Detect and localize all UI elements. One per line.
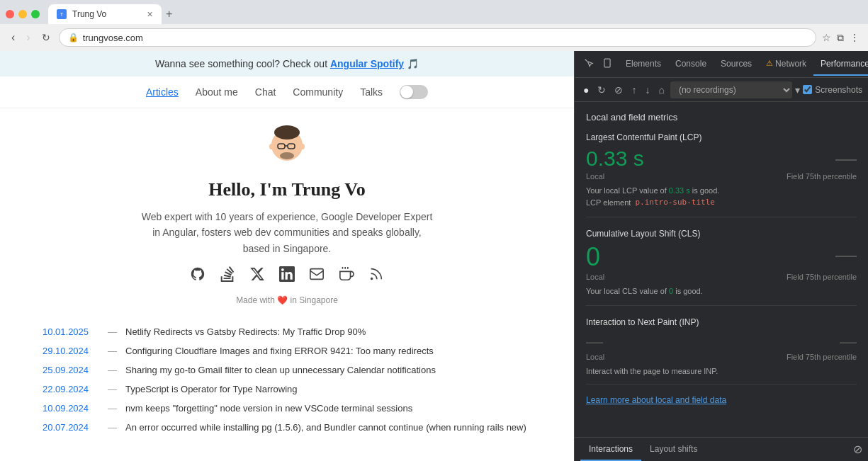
window-controls xyxy=(6,10,40,18)
article-title: Sharing my go-to Gmail filter to clean u… xyxy=(125,365,436,375)
home-button[interactable]: ⌂ xyxy=(655,83,667,97)
reload-record-button[interactable]: ↻ xyxy=(594,83,609,97)
metric-cls-field-value: — xyxy=(835,244,857,266)
article-date: 20.07.2024 xyxy=(43,422,99,433)
avatar xyxy=(262,123,312,172)
devtools-tabs: Elements Console Sources ⚠ Network Perfo… xyxy=(575,51,868,78)
tab-title: Trung Vo xyxy=(72,9,141,19)
devtools-panel: Elements Console Sources ⚠ Network Perfo… xyxy=(574,51,868,461)
tab-interactions[interactable]: Interactions xyxy=(580,438,641,461)
tab-performance[interactable]: Performance xyxy=(813,53,868,76)
article-date: 10.01.2025 xyxy=(43,326,99,337)
metric-lcp-local: 0.33 s xyxy=(586,148,644,169)
article-title: nvm keeps "forgetting" node version in n… xyxy=(125,403,412,414)
article-date: 29.10.2024 xyxy=(43,346,99,356)
learn-more-link[interactable]: Learn more about local and field data xyxy=(586,395,726,405)
articles-list: 10.01.2025 — Netlify Redirects vs Gatsby… xyxy=(0,315,574,444)
menu-icon[interactable]: ⋮ xyxy=(850,32,859,43)
nav-talks[interactable]: Talks xyxy=(360,86,383,98)
stackoverflow-icon[interactable] xyxy=(220,266,235,285)
metric-cls: Cumulative Layout Shift (CLS) 0 — Local … xyxy=(586,229,857,306)
tab-elements[interactable]: Elements xyxy=(619,53,668,76)
device-toggle-button[interactable] xyxy=(599,55,616,73)
metric-cls-field: — xyxy=(835,244,857,266)
nav-about[interactable]: About me xyxy=(196,86,238,98)
bookmark-icon[interactable]: ☆ xyxy=(822,32,831,43)
metric-inp-field: — xyxy=(840,333,857,350)
lcp-element-row: LCP element p.intro-sub-title xyxy=(586,198,857,207)
download-button[interactable]: ↓ xyxy=(642,83,653,97)
metric-inp-note: Interact with the page to measure INP. xyxy=(586,367,857,375)
metric-lcp-values: 0.33 s — xyxy=(586,148,857,169)
close-button[interactable] xyxy=(6,10,14,18)
upload-button[interactable]: ↑ xyxy=(629,83,639,97)
record-button[interactable]: ● xyxy=(580,83,592,97)
banner-link[interactable]: Angular Spotify xyxy=(330,58,404,69)
cls-field-label: Field 75th percentile xyxy=(787,273,857,281)
nav-chat[interactable]: Chat xyxy=(255,86,276,98)
screenshots-checkbox[interactable] xyxy=(803,85,812,94)
twitter-icon[interactable] xyxy=(249,266,265,285)
metric-lcp-labels: Local Field 75th percentile xyxy=(586,172,857,181)
recordings-select[interactable]: (no recordings) xyxy=(670,81,792,98)
metric-lcp-note: Your local LCP value of 0.33 s is good. xyxy=(586,186,857,195)
inspect-element-button[interactable] xyxy=(580,55,597,73)
extensions-icon[interactable]: ⧉ xyxy=(837,32,844,44)
minimize-button[interactable] xyxy=(18,10,27,18)
linkedin-icon[interactable] xyxy=(279,266,295,285)
network-warning-icon: ⚠ xyxy=(766,59,773,68)
theme-toggle[interactable] xyxy=(400,85,428,99)
social-icons xyxy=(14,266,560,285)
metric-cls-name: Cumulative Layout Shift (CLS) xyxy=(586,229,857,239)
website-content: Wanna see something cool? Check out Angu… xyxy=(0,51,574,461)
svg-rect-13 xyxy=(604,59,610,67)
nav-community[interactable]: Community xyxy=(293,86,343,98)
nav-bar: ‹ › ↻ 🔒 trungvose.com ☆ ⧉ ⋮ xyxy=(0,24,868,51)
tab-console[interactable]: Console xyxy=(668,53,714,76)
article-item-1: 10.01.2025 — Netlify Redirects vs Gatsby… xyxy=(43,322,531,341)
article-dash: — xyxy=(108,422,117,433)
active-tab[interactable]: T Trung Vo ✕ xyxy=(48,4,162,24)
maximize-button[interactable] xyxy=(31,10,40,18)
svg-point-12 xyxy=(371,278,373,280)
toggle-knob xyxy=(400,86,413,98)
section-title: Local and field metrics xyxy=(586,112,857,123)
disable-icon[interactable]: ⊘ xyxy=(853,443,862,456)
new-tab-button[interactable]: + xyxy=(166,8,172,21)
hero-description: Web expert with 10 years of experience, … xyxy=(138,209,436,256)
article-title: Configuring Cloudflare Images and fixing… xyxy=(125,346,434,356)
svg-point-5 xyxy=(280,152,294,159)
github-icon[interactable] xyxy=(190,266,205,285)
metric-inp-labels: Local Field 75th percentile xyxy=(586,353,857,361)
coffee-icon[interactable] xyxy=(339,266,354,285)
tab-layout-shifts[interactable]: Layout shifts xyxy=(641,438,706,461)
svg-rect-8 xyxy=(310,269,323,280)
email-icon[interactable] xyxy=(309,266,325,285)
metric-inp-name: Interaction to Next Paint (INP) xyxy=(586,317,857,327)
metric-inp-local: — xyxy=(586,333,603,350)
forward-button[interactable]: › xyxy=(23,30,33,45)
screenshots-toggle[interactable]: Screenshots xyxy=(803,85,862,95)
banner-emoji: 🎵 xyxy=(404,58,419,69)
address-bar[interactable]: 🔒 trungvose.com xyxy=(59,28,816,47)
tab-network[interactable]: ⚠ Network xyxy=(759,53,813,76)
lcp-element-ref[interactable]: p.intro-sub-title xyxy=(635,198,715,207)
metric-lcp-field: — xyxy=(835,148,857,169)
clear-button[interactable]: ⊘ xyxy=(611,83,626,97)
metric-inp-values: — — xyxy=(586,333,857,350)
nav-articles[interactable]: Articles xyxy=(146,86,179,98)
article-dash: — xyxy=(108,384,117,394)
svg-point-6 xyxy=(269,144,274,149)
rss-icon[interactable] xyxy=(368,266,384,285)
tab-close-icon[interactable]: ✕ xyxy=(147,10,153,19)
recordings-dropdown-button[interactable]: ▾ xyxy=(795,84,800,96)
article-date: 22.09.2024 xyxy=(43,384,99,394)
metric-lcp-name: Largest Contentful Paint (LCP) xyxy=(586,132,857,142)
back-button[interactable]: ‹ xyxy=(9,30,18,45)
hero-heading: Hello, I'm Trung Vo xyxy=(14,179,560,200)
tab-sources[interactable]: Sources xyxy=(714,53,759,76)
cls-local-label: Local xyxy=(586,273,604,281)
article-item-4: 22.09.2024 — TypeScript is Operator for … xyxy=(43,380,531,399)
metric-cls-note: Your local CLS value of 0 is good. xyxy=(586,287,857,295)
refresh-button[interactable]: ↻ xyxy=(39,30,53,45)
